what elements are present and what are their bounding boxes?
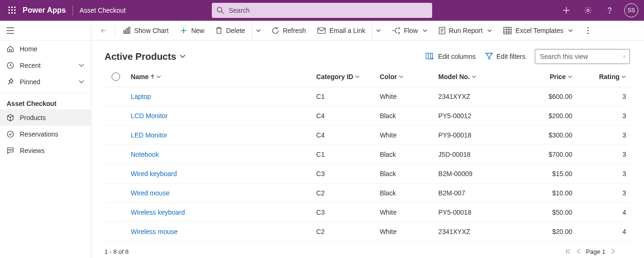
col-rating[interactable]: Rating bbox=[576, 68, 630, 87]
svg-rect-24 bbox=[124, 31, 125, 33]
overflow-button[interactable] bbox=[581, 27, 595, 34]
view-search-input[interactable] bbox=[539, 52, 623, 61]
sidebar-item-reservations[interactable]: Reservations bbox=[0, 126, 91, 142]
svg-point-22 bbox=[11, 149, 12, 150]
table-row[interactable]: Wired keyboardC3BlackB2M-00009$15.003 bbox=[105, 164, 630, 184]
settings-icon[interactable] bbox=[578, 0, 598, 21]
nav-toggle[interactable] bbox=[0, 21, 91, 40]
show-chart-label: Show Chart bbox=[134, 27, 169, 34]
product-link[interactable]: Notebook bbox=[131, 151, 159, 158]
cell-color: Black bbox=[376, 106, 435, 126]
svg-rect-3 bbox=[8, 9, 10, 11]
table-row[interactable]: Wired mouseC2BlackB2M-007$10.003 bbox=[105, 184, 630, 203]
product-link[interactable]: Wired keyboard bbox=[131, 170, 177, 177]
table-row[interactable]: Wireless keyboardC3WhitePY5-00018$50.004 bbox=[105, 203, 630, 222]
sidebar-item-recent[interactable]: Recent bbox=[0, 57, 91, 73]
chat-icon bbox=[7, 147, 14, 154]
svg-point-14 bbox=[609, 13, 610, 13]
run-report-button[interactable]: Run Report bbox=[434, 22, 497, 39]
svg-point-21 bbox=[10, 149, 10, 150]
table-row[interactable]: LCD MonitorC4BlackPY5-00012$200.003 bbox=[105, 106, 630, 126]
sidebar-item-label: Home bbox=[20, 45, 84, 53]
product-link[interactable]: Wired mouse bbox=[131, 189, 169, 197]
show-chart-button[interactable]: Show Chart bbox=[118, 22, 173, 39]
table-row[interactable]: Wireless mouseC2White2341XYXZ$20.004 bbox=[105, 222, 630, 242]
email-link-split[interactable] bbox=[372, 22, 385, 39]
sidebar-item-label: Reviews bbox=[20, 147, 84, 154]
chevron-down-icon bbox=[423, 29, 427, 32]
col-price[interactable]: Price bbox=[513, 68, 576, 87]
pager-first[interactable] bbox=[565, 249, 571, 254]
delete-button[interactable]: Delete bbox=[211, 22, 250, 39]
new-button[interactable]: New bbox=[175, 22, 209, 39]
view-title[interactable]: Active Products bbox=[105, 51, 185, 62]
search-icon bbox=[217, 7, 224, 14]
cell-model: B2M-007 bbox=[435, 184, 513, 203]
product-link[interactable]: LCD Monitor bbox=[131, 112, 168, 120]
svg-marker-45 bbox=[486, 53, 492, 59]
row-select[interactable] bbox=[105, 164, 127, 184]
global-search[interactable] bbox=[212, 3, 432, 18]
mail-icon bbox=[317, 27, 326, 34]
col-color[interactable]: Color bbox=[376, 68, 435, 87]
product-link[interactable]: Wireless mouse bbox=[131, 228, 178, 235]
avatar[interactable]: SS bbox=[624, 3, 638, 17]
col-name[interactable]: Name bbox=[127, 68, 313, 87]
table-row[interactable]: NotebookC1BlackJ5D-00018$700.003 bbox=[105, 145, 630, 164]
cell-category: C4 bbox=[313, 126, 376, 145]
cell-rating: 3 bbox=[576, 145, 630, 164]
sidebar-item-pinned[interactable]: Pinned bbox=[0, 73, 91, 90]
cell-rating: 4 bbox=[576, 222, 630, 242]
table-row[interactable]: LED MonitorC4WhitePY9-00018$300.003 bbox=[105, 126, 630, 145]
email-link-button[interactable]: Email a Link bbox=[313, 22, 370, 39]
pager-next[interactable] bbox=[610, 249, 616, 254]
add-icon[interactable] bbox=[556, 0, 576, 21]
product-link[interactable]: Laptop bbox=[131, 93, 151, 100]
col-model[interactable]: Model No. bbox=[435, 68, 513, 87]
edit-filters-label: Edit filters bbox=[497, 53, 525, 60]
excel-templates-button[interactable]: Excel Templates bbox=[499, 22, 578, 39]
cell-price: $200.00 bbox=[513, 106, 576, 126]
product-link[interactable]: Wireless keyboard bbox=[131, 209, 185, 216]
back-button[interactable] bbox=[95, 27, 112, 34]
cell-rating: 3 bbox=[576, 164, 630, 184]
pager-label: Page 1 bbox=[586, 248, 605, 255]
edit-columns-button[interactable]: Edit columns bbox=[426, 53, 475, 60]
row-select[interactable] bbox=[105, 222, 127, 242]
row-select[interactable] bbox=[105, 145, 127, 164]
row-select[interactable] bbox=[105, 87, 127, 106]
svg-rect-2 bbox=[14, 7, 16, 8]
col-category[interactable]: Category ID bbox=[313, 68, 376, 87]
row-select[interactable] bbox=[105, 106, 127, 126]
delete-split[interactable] bbox=[252, 22, 265, 39]
help-icon[interactable] bbox=[600, 0, 620, 21]
cmdbar-separator bbox=[115, 25, 115, 36]
cell-color: Black bbox=[376, 164, 435, 184]
sidebar-item-reviews[interactable]: Reviews bbox=[0, 142, 91, 159]
cell-model: 2341XYXZ bbox=[435, 222, 513, 242]
view-search[interactable] bbox=[535, 49, 630, 64]
pager-prev[interactable] bbox=[576, 249, 581, 254]
more-vertical-icon bbox=[587, 27, 589, 34]
waffle-icon[interactable] bbox=[4, 0, 21, 21]
product-link[interactable]: LED Monitor bbox=[131, 131, 168, 139]
row-select[interactable] bbox=[105, 203, 127, 222]
chevron-down-icon bbox=[472, 75, 476, 78]
plus-icon bbox=[180, 27, 187, 34]
global-search-input[interactable] bbox=[228, 6, 427, 15]
refresh-button[interactable]: Refresh bbox=[267, 22, 311, 39]
sidebar-item-products[interactable]: Products bbox=[0, 109, 91, 126]
flow-label: Flow bbox=[404, 27, 418, 34]
cell-model: PY5-00012 bbox=[435, 106, 513, 126]
pin-icon bbox=[7, 78, 14, 86]
flow-button[interactable]: Flow bbox=[387, 22, 432, 39]
cell-price: $50.00 bbox=[513, 203, 576, 222]
sidebar-item-home[interactable]: Home bbox=[0, 40, 91, 57]
cell-rating: 3 bbox=[576, 106, 630, 126]
row-select[interactable] bbox=[105, 184, 127, 203]
select-all-header[interactable] bbox=[105, 68, 127, 87]
cell-category: C1 bbox=[313, 145, 376, 164]
edit-filters-button[interactable]: Edit filters bbox=[485, 53, 525, 60]
row-select[interactable] bbox=[105, 126, 127, 145]
table-row[interactable]: LaptopC1White2341XYXZ$600.003 bbox=[105, 87, 630, 106]
